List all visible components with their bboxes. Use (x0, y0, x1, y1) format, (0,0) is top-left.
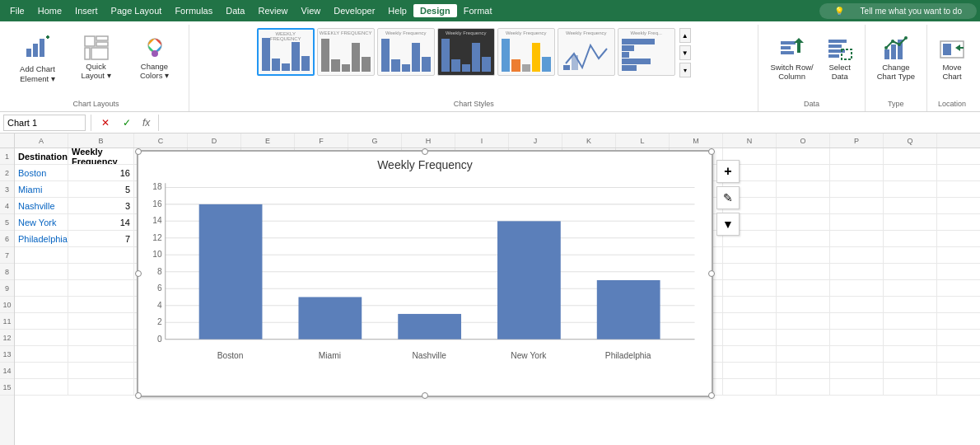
cell-p8[interactable] (830, 264, 884, 279)
chart-style-7[interactable]: Weekly Freq... (618, 28, 675, 76)
cell-q10[interactable] (884, 297, 937, 312)
col-header-e[interactable]: E (241, 134, 295, 148)
cell-n8[interactable] (723, 264, 777, 279)
cell-p12[interactable] (830, 330, 884, 345)
cell-o1[interactable] (777, 148, 830, 164)
cell-b1[interactable]: WeeklyFrequency (68, 148, 134, 164)
chart-style-3[interactable]: Weekly Frequency (377, 28, 435, 76)
chart-handle-bc[interactable] (422, 392, 428, 399)
cell-n14[interactable] (723, 363, 777, 378)
cell-b3[interactable]: 5 (68, 181, 134, 197)
col-header-g[interactable]: G (348, 134, 402, 148)
menu-page-layout[interactable]: Page Layout (105, 4, 169, 17)
cell-o9[interactable] (777, 280, 830, 296)
chart-handle-mr[interactable] (708, 270, 715, 277)
cell-p11[interactable] (830, 313, 884, 329)
chart-style-scroll-up[interactable]: ▲ (679, 28, 691, 43)
cell-p2[interactable] (830, 165, 884, 180)
cell-a8[interactable] (15, 264, 68, 279)
formula-input[interactable] (164, 115, 977, 131)
col-header-l[interactable]: L (616, 134, 670, 148)
cell-b7[interactable] (68, 247, 134, 263)
cell-b5[interactable]: 14 (68, 214, 134, 230)
cancel-formula-button[interactable]: ✕ (96, 115, 114, 131)
cell-a7[interactable] (15, 247, 68, 263)
cell-p7[interactable] (830, 247, 884, 263)
col-header-b[interactable]: B (68, 134, 134, 148)
chart-style-2[interactable]: WEEKLY FREQUENCY (317, 28, 375, 76)
cell-p6[interactable] (830, 231, 884, 246)
col-header-h[interactable]: H (402, 134, 455, 148)
add-chart-element-button[interactable]: Add Chart Element ▾ (10, 28, 65, 87)
cell-b9[interactable] (68, 280, 134, 296)
cell-n10[interactable] (723, 297, 777, 312)
cell-b13[interactable] (68, 346, 134, 362)
cell-b15[interactable] (68, 379, 134, 395)
cell-p5[interactable] (830, 214, 884, 230)
cell-q9[interactable] (884, 280, 937, 296)
chart-handle-tc[interactable] (422, 148, 428, 155)
menu-insert[interactable]: Insert (68, 4, 105, 17)
menu-view[interactable]: View (295, 4, 328, 17)
cell-q5[interactable] (884, 214, 937, 230)
menu-home[interactable]: Home (31, 4, 68, 17)
cell-q2[interactable] (884, 165, 937, 180)
select-data-button[interactable]: SelectData (822, 28, 858, 87)
menu-developer[interactable]: Developer (327, 4, 381, 17)
cell-q1[interactable] (884, 148, 937, 164)
move-chart-button[interactable]: MoveChart (934, 28, 970, 87)
chart-style-1[interactable]: WEEKLY FREQUENCY (257, 28, 315, 76)
cell-o10[interactable] (777, 297, 830, 312)
cell-p4[interactable] (830, 198, 884, 213)
cell-b12[interactable] (68, 330, 134, 345)
cell-a1[interactable]: Destination (15, 148, 68, 164)
menu-data[interactable]: Data (219, 4, 251, 17)
cell-o8[interactable] (777, 264, 830, 279)
col-header-d[interactable]: D (188, 134, 241, 148)
cell-q11[interactable] (884, 313, 937, 329)
cell-a3[interactable]: Miami (15, 181, 68, 197)
cell-p1[interactable] (830, 148, 884, 164)
cell-n12[interactable] (723, 330, 777, 345)
cell-a12[interactable] (15, 330, 68, 345)
col-header-m[interactable]: M (670, 134, 723, 148)
chart-handle-ml[interactable] (135, 270, 142, 277)
col-header-a[interactable]: A (15, 134, 68, 148)
cell-a13[interactable] (15, 346, 68, 362)
cell-a10[interactable] (15, 297, 68, 312)
cell-p13[interactable] (830, 346, 884, 362)
cell-b11[interactable] (68, 313, 134, 329)
cell-q13[interactable] (884, 346, 937, 362)
cell-a14[interactable] (15, 363, 68, 378)
cell-q12[interactable] (884, 330, 937, 345)
cell-n7[interactable] (723, 247, 777, 263)
cell-n11[interactable] (723, 313, 777, 329)
cell-p9[interactable] (830, 280, 884, 296)
cell-o5[interactable] (777, 214, 830, 230)
cell-a5[interactable]: New York (15, 214, 68, 230)
col-header-q[interactable]: Q (884, 134, 937, 148)
change-chart-type-button[interactable]: ChangeChart Type (872, 28, 920, 87)
cell-q4[interactable] (884, 198, 937, 213)
cell-q15[interactable] (884, 379, 937, 395)
cell-o14[interactable] (777, 363, 830, 378)
col-header-p[interactable]: P (830, 134, 884, 148)
cell-q8[interactable] (884, 264, 937, 279)
cell-o15[interactable] (777, 379, 830, 395)
chart-style-5[interactable]: Weekly Frequency (497, 28, 555, 76)
menu-formulas[interactable]: Formulas (168, 4, 219, 17)
col-header-i[interactable]: I (455, 134, 509, 148)
cell-o7[interactable] (777, 247, 830, 263)
change-colors-button[interactable]: Change Colors ▾ (127, 28, 182, 87)
cell-p14[interactable] (830, 363, 884, 378)
chart-style-4[interactable]: Weekly Frequency (437, 28, 495, 76)
col-header-j[interactable]: J (509, 134, 562, 148)
cell-a9[interactable] (15, 280, 68, 296)
chart-elements-button[interactable]: + (716, 160, 740, 183)
menu-format[interactable]: Format (457, 4, 499, 17)
cell-b10[interactable] (68, 297, 134, 312)
cell-q3[interactable] (884, 181, 937, 197)
quick-layout-button[interactable]: Quick Layout ▾ (68, 28, 124, 87)
cell-p3[interactable] (830, 181, 884, 197)
chart-handle-bl[interactable] (135, 392, 142, 399)
